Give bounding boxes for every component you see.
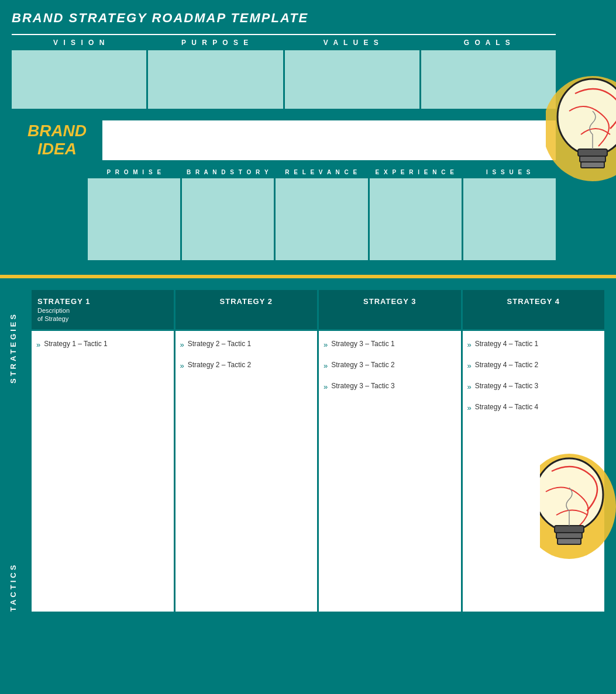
tactic-item: » Strategy 3 – Tactic 1	[324, 340, 456, 349]
values-cell[interactable]	[285, 50, 419, 109]
bottom-section: STRATEGIES TACTICS STRATEGY 1 Descriptio…	[0, 278, 616, 623]
strategies-label: STRATEGIES	[0, 278, 26, 395]
tactic-text: Strategy 4 – Tactic 3	[475, 382, 539, 391]
svg-rect-3	[578, 149, 607, 156]
experience-header: E X P E R I E N C E	[369, 166, 462, 178]
content-area: STRATEGY 1 Description of Strategy STRAT…	[26, 278, 616, 623]
vision-header: V I S I O N	[12, 34, 148, 50]
strategy-1-tactics-cell[interactable]: » Strategy 1 – Tactic 1	[32, 331, 174, 612]
goals-cell[interactable]	[421, 50, 556, 109]
tactic-item: » Strategy 4 – Tactic 3	[467, 382, 552, 391]
tactic-arrow-icon: »	[467, 361, 472, 370]
brand-story-header: B R A N D S T O R Y	[181, 166, 275, 178]
svg-rect-4	[580, 156, 605, 162]
values-header: V A L U E S	[284, 34, 420, 50]
purpose-cell[interactable]	[148, 50, 283, 109]
issues-header: I S S U E S	[462, 166, 556, 178]
tactic-text: Strategy 3 – Tactic 3	[331, 382, 395, 391]
top-section: BRAND STRATEGY ROADMAP TEMPLATE V I S I …	[0, 0, 616, 275]
vision-header-row: V I S I O N P U R P O S E V A L U E S G …	[12, 34, 556, 50]
issues-cell[interactable]	[463, 178, 556, 260]
strategy-4-header: STRATEGY 4	[463, 290, 605, 329]
goals-header: G O A L S	[420, 34, 556, 50]
strategy-2-title: STRATEGY 2	[181, 297, 312, 306]
promise-cell[interactable]	[88, 178, 180, 260]
brand-story-cell[interactable]	[182, 178, 274, 260]
strategies-headers-grid: STRATEGY 1 Description of Strategy STRAT…	[32, 290, 604, 329]
page-title: BRAND STRATEGY ROADMAP TEMPLATE	[12, 11, 604, 26]
vision-cell[interactable]	[12, 50, 146, 109]
svg-rect-9	[555, 526, 584, 533]
strategy-1-desc2: of Strategy	[37, 315, 168, 322]
strategy-3-title: STRATEGY 3	[325, 297, 455, 306]
tactic-item: » Strategy 2 – Tactic 2	[180, 361, 313, 370]
tactic-arrow-icon: »	[180, 361, 184, 370]
relevance-header: R E L E V A N C E	[275, 166, 369, 178]
tactic-text: Strategy 2 – Tactic 1	[188, 340, 252, 349]
strategy-1-header: STRATEGY 1 Description of Strategy	[32, 290, 174, 329]
tactic-arrow-icon: »	[36, 340, 40, 349]
tactic-item: » Strategy 1 – Tactic 1	[36, 340, 169, 349]
promise-cells-row	[88, 178, 556, 275]
purpose-header: P U R P O S E	[148, 34, 284, 50]
tactic-arrow-icon: »	[467, 403, 472, 412]
brand-idea-input[interactable]	[102, 120, 556, 160]
tactics-grid: » Strategy 1 – Tactic 1 » Strategy 2 – T…	[32, 331, 604, 612]
tactic-arrow-icon: »	[467, 340, 472, 349]
strategy-2-header: STRATEGY 2	[175, 290, 318, 329]
svg-rect-11	[558, 538, 581, 544]
tactic-text: Strategy 1 – Tactic 1	[44, 340, 108, 349]
svg-rect-5	[581, 162, 604, 168]
tactic-text: Strategy 2 – Tactic 2	[188, 361, 252, 370]
tactic-item: » Strategy 3 – Tactic 3	[324, 382, 456, 391]
brand-idea-label: BRANDIDEA	[12, 122, 102, 158]
tactic-item: » Strategy 4 – Tactic 2	[467, 361, 552, 370]
tactic-text: Strategy 4 – Tactic 1	[475, 340, 539, 349]
tactic-text: Strategy 4 – Tactic 2	[475, 361, 539, 370]
strategy-4-title: STRATEGY 4	[469, 297, 599, 306]
strategy-3-tactics-cell[interactable]: » Strategy 3 – Tactic 1 » Strategy 3 – T…	[319, 331, 461, 612]
relevance-cell[interactable]	[276, 178, 368, 260]
tactic-text: Strategy 3 – Tactic 1	[331, 340, 395, 349]
strategy-1-title: STRATEGY 1	[37, 297, 168, 306]
svg-rect-10	[556, 533, 582, 538]
tactic-arrow-icon: »	[324, 340, 328, 349]
strategies-tactics-labels: STRATEGIES TACTICS	[0, 278, 26, 623]
brand-idea-row: BRANDIDEA	[12, 120, 556, 160]
strategy-2-tactics-cell[interactable]: » Strategy 2 – Tactic 1 » Strategy 2 – T…	[175, 331, 318, 612]
strategy-1-desc1: Description	[37, 307, 168, 314]
tactic-item: » Strategy 4 – Tactic 4	[467, 403, 552, 412]
tactic-arrow-icon: »	[324, 382, 328, 391]
tactic-item: » Strategy 2 – Tactic 1	[180, 340, 313, 349]
vision-cells-row	[12, 50, 556, 109]
tactic-arrow-icon: »	[180, 340, 184, 349]
promise-header-row: P R O M I S E B R A N D S T O R Y R E L …	[88, 166, 556, 178]
tactic-arrow-icon: »	[324, 361, 328, 370]
experience-cell[interactable]	[370, 178, 462, 260]
lightbulb-bottom-decoration	[540, 424, 616, 623]
tactic-item: » Strategy 3 – Tactic 2	[324, 361, 456, 370]
tactic-text: Strategy 3 – Tactic 2	[331, 361, 395, 370]
strategy-3-header: STRATEGY 3	[319, 290, 461, 329]
promise-header: P R O M I S E	[88, 166, 181, 178]
tactic-text: Strategy 4 – Tactic 4	[475, 403, 539, 412]
tactic-arrow-icon: »	[467, 382, 472, 391]
tactic-item: » Strategy 4 – Tactic 1	[467, 340, 552, 349]
tactics-label: TACTICS	[0, 395, 26, 623]
lightbulb-top-decoration	[546, 35, 616, 257]
